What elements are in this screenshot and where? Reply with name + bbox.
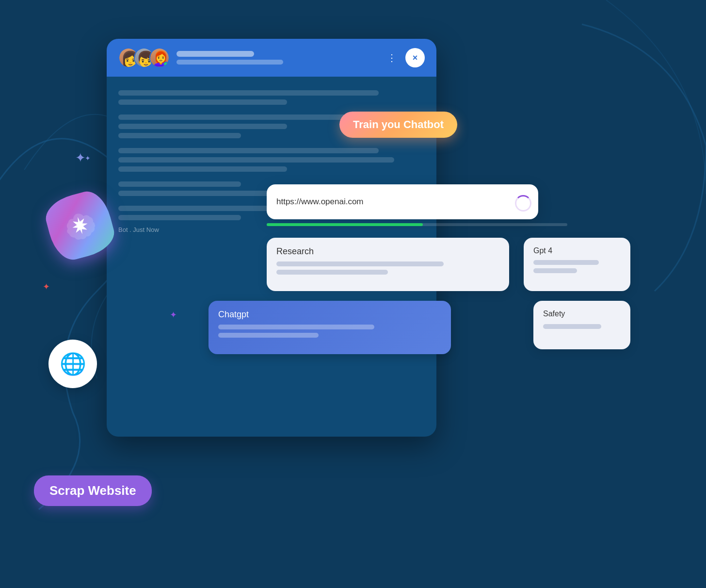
openai-flower-icon: [41, 187, 118, 264]
gpt4-card[interactable]: Gpt 4: [524, 238, 630, 291]
online-indicator: [163, 62, 168, 66]
progress-bar-container: [267, 223, 567, 226]
message-line: [118, 166, 287, 172]
url-input-card[interactable]: https://www.openai.com: [267, 184, 538, 219]
header-desc-placeholder: [176, 60, 283, 65]
train-chatbot-label: Train you Chatbot: [353, 118, 444, 131]
chatgpt-card-title: Chatgpt: [218, 310, 441, 320]
message-block-3: [118, 148, 425, 172]
message-line: [118, 191, 287, 196]
message-block-1: [118, 90, 425, 105]
globe-icon-container: 🌐: [48, 340, 97, 388]
message-line: [118, 181, 241, 187]
header-name-placeholder: [176, 51, 254, 57]
safety-card-title: Safety: [543, 310, 621, 318]
openai-icon-container: [48, 194, 112, 257]
avatar: [149, 48, 170, 68]
gpt4-card-title: Gpt 4: [533, 246, 621, 255]
chat-header: ⋮ ×: [107, 39, 436, 77]
sparkle-icon-3: ✦: [43, 281, 50, 292]
research-card[interactable]: Research: [267, 238, 509, 291]
chatgpt-card[interactable]: Chatgpt: [209, 301, 451, 354]
research-card-title: Research: [276, 246, 499, 257]
message-line: [118, 157, 394, 163]
chat-messages: Bot . Just Now: [107, 77, 436, 247]
close-button[interactable]: ×: [405, 48, 425, 67]
research-card-line: [276, 270, 388, 275]
sparkle-icon-1: ✦: [75, 150, 86, 165]
message-line: [118, 124, 287, 129]
research-card-line: [276, 261, 444, 266]
globe-icon: 🌐: [60, 351, 86, 376]
message-line: [118, 215, 241, 220]
openai-logo-svg: [62, 208, 97, 243]
loading-spinner: [515, 195, 529, 209]
message-line: [118, 99, 287, 105]
message-line: [118, 90, 379, 96]
bot-label: Bot . Just Now: [118, 226, 425, 233]
avatar-stack: [118, 48, 170, 68]
url-text: https://www.openai.com: [276, 197, 515, 207]
scrap-website-badge[interactable]: Scrap Website: [34, 475, 152, 506]
more-options-icon[interactable]: ⋮: [387, 52, 398, 64]
safety-card[interactable]: Safety: [533, 301, 630, 349]
gpt4-card-line: [533, 268, 577, 273]
message-line: [118, 133, 241, 138]
close-icon: ×: [413, 53, 418, 62]
scrap-website-label: Scrap Website: [49, 483, 136, 498]
safety-card-line: [543, 324, 601, 329]
header-info: [176, 51, 380, 65]
gpt4-card-line: [533, 260, 599, 265]
chatgpt-card-line: [218, 333, 319, 338]
globe-circle: 🌐: [48, 340, 97, 388]
train-chatbot-badge[interactable]: Train you Chatbot: [339, 112, 457, 138]
sparkle-icon-2: ✦: [85, 154, 91, 162]
message-line: [118, 148, 379, 153]
progress-fill: [267, 223, 423, 226]
header-actions: ⋮ ×: [387, 48, 425, 67]
chatgpt-card-line: [218, 325, 374, 329]
